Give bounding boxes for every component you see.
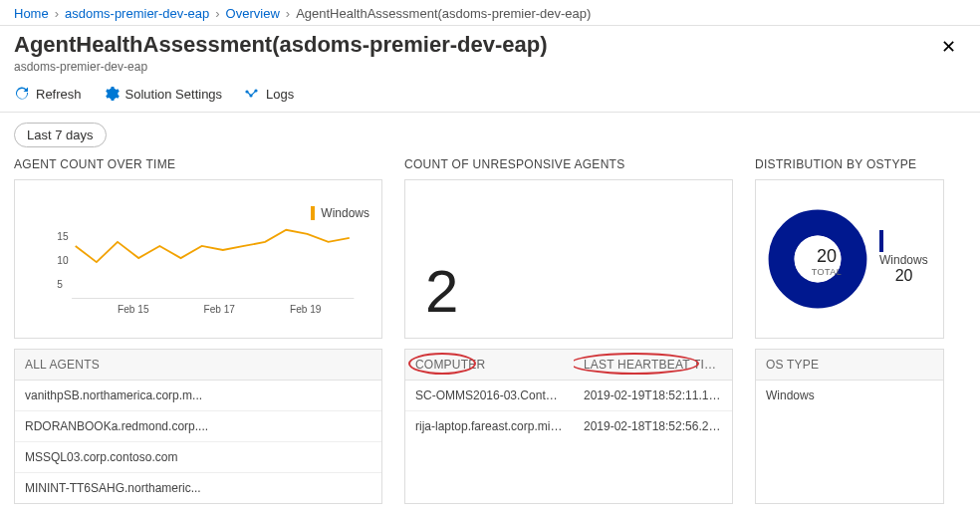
breadcrumb-current: AgentHealthAssessment(asdoms-premier-dev… [296,6,591,21]
refresh-icon [14,86,30,102]
table-row[interactable]: MININT-TT6SAHG.northameric... [15,473,381,503]
ostype-table: OS TYPE Windows [755,349,944,504]
refresh-label: Refresh [36,87,82,102]
x-tick: Feb 19 [290,304,322,315]
table-row[interactable]: vanithpSB.northamerica.corp.m... [15,381,381,411]
distribution-card: DISTRIBUTION BY OSTYPE 20 TOTAL Windows … [755,157,944,339]
breadcrumb-overview[interactable]: Overview [226,6,280,21]
chevron-right-icon: › [286,6,290,21]
chart-legend: Windows [311,206,369,220]
card-title: AGENT COUNT OVER TIME [14,157,382,171]
donut-total-label: TOTAL [802,267,852,277]
unresponsive-count: 2 [425,262,458,322]
donut-center: 20 TOTAL [802,246,852,277]
table-row[interactable]: RDORANBOOKa.redmond.corp.... [15,411,381,442]
refresh-button[interactable]: Refresh [14,86,82,102]
distribution-donut[interactable]: 20 TOTAL Windows 20 [755,179,944,339]
solution-settings-button[interactable]: Solution Settings [104,86,223,102]
x-tick: Feb 15 [118,304,149,315]
table-row[interactable]: Windows [756,381,943,410]
y-tick: 15 [57,231,69,242]
table-row[interactable]: SC-OMMS2016-03.Contoso.Lo... 2019-02-19T… [405,381,732,411]
y-tick: 10 [57,255,69,266]
table-row[interactable]: MSSQL03.corp.contoso.com [15,442,381,473]
gear-icon [104,86,120,102]
breadcrumb: Home › asdoms-premier-dev-eap › Overview… [0,0,980,26]
legend-label: Windows [879,253,928,267]
chevron-right-icon: › [55,6,59,21]
y-tick: 5 [57,279,63,290]
legend-label: Windows [321,206,369,220]
legend-swatch [311,206,315,220]
table-header[interactable]: ALL AGENTS [15,350,381,380]
chevron-right-icon: › [215,6,219,21]
table-row[interactable]: rija-laptop.fareast.corp.microso... 2019… [405,411,732,441]
time-range-pill[interactable]: Last 7 days [14,123,107,147]
agent-count-chart[interactable]: Windows 15 10 5 Feb 15 Feb 17 Feb 19 [14,179,382,339]
logs-icon [244,86,260,102]
logs-label: Logs [266,87,294,102]
toolbar: Refresh Solution Settings Logs [0,78,980,113]
page-subtitle: asdoms-premier-dev-eap [14,60,548,74]
donut-total: 20 [802,246,852,267]
table-header-heartbeat[interactable]: LAST HEARTBEAT TIME [574,350,732,380]
table-header[interactable]: OS TYPE [756,350,943,380]
agent-count-card: AGENT COUNT OVER TIME Windows 15 10 5 Fe… [14,157,382,339]
logs-button[interactable]: Logs [244,86,294,102]
solution-settings-label: Solution Settings [125,87,223,102]
breadcrumb-workspace[interactable]: asdoms-premier-dev-eap [65,6,209,21]
all-agents-table: ALL AGENTS vanithpSB.northamerica.corp.m… [14,349,382,504]
breadcrumb-home[interactable]: Home [14,6,49,21]
legend-value: 20 [895,267,913,284]
close-button[interactable]: ✕ [935,32,962,62]
page-title: AgentHealthAssessment(asdoms-premier-dev… [14,32,548,58]
card-title: COUNT OF UNRESPONSIVE AGENTS [404,157,733,171]
legend-swatch [879,230,883,252]
card-title: DISTRIBUTION BY OSTYPE [755,157,944,171]
x-tick: Feb 17 [204,304,236,315]
unresponsive-count-box[interactable]: 2 [404,179,733,339]
table-header-computer[interactable]: COMPUTER [405,350,574,380]
unresponsive-count-card: COUNT OF UNRESPONSIVE AGENTS 2 [404,157,733,339]
donut-legend: Windows 20 [879,230,933,289]
unresponsive-table: COMPUTER LAST HEARTBEAT TIME SC-OMMS2016… [404,349,733,504]
